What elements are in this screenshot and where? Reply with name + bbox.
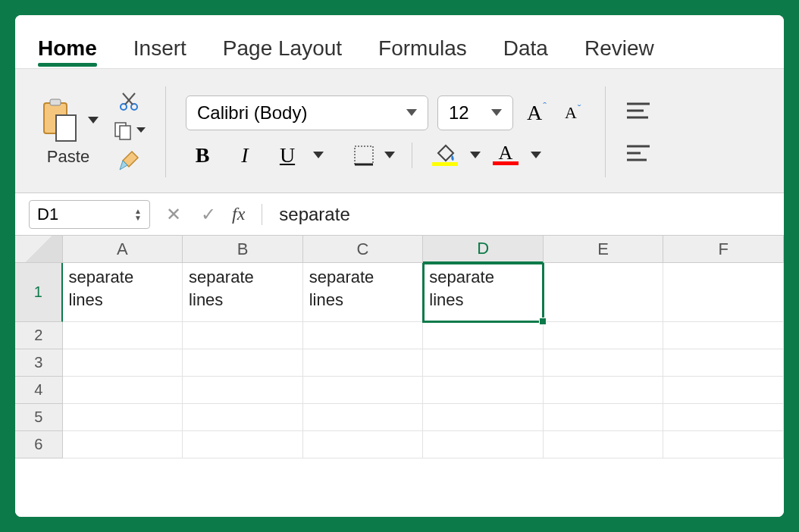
tab-data[interactable]: Data bbox=[503, 36, 548, 68]
font-size-value: 12 bbox=[449, 102, 469, 124]
fill-color-swatch bbox=[432, 162, 458, 166]
tab-insert[interactable]: Insert bbox=[133, 36, 186, 68]
italic-button[interactable]: I bbox=[228, 143, 262, 167]
fill-color-button[interactable] bbox=[429, 144, 461, 166]
copy-button[interactable] bbox=[112, 120, 146, 141]
bold-button[interactable]: B bbox=[186, 143, 219, 167]
cell-E6[interactable] bbox=[544, 431, 664, 458]
cell-F2[interactable] bbox=[663, 322, 784, 349]
cell-F5[interactable] bbox=[663, 404, 784, 431]
cell-A4[interactable] bbox=[63, 377, 183, 404]
cell-F3[interactable] bbox=[663, 349, 784, 377]
cell-E3[interactable] bbox=[544, 349, 664, 377]
chevron-down-icon[interactable] bbox=[470, 152, 481, 159]
cell-B5[interactable] bbox=[183, 404, 303, 431]
cell-D6[interactable] bbox=[423, 431, 544, 458]
chevron-down-icon[interactable] bbox=[384, 152, 395, 159]
bucket-icon bbox=[434, 144, 456, 162]
svg-marker-16 bbox=[384, 152, 395, 158]
cell-D3[interactable] bbox=[423, 349, 544, 377]
select-all-corner[interactable] bbox=[15, 236, 63, 263]
format-painter-button[interactable] bbox=[117, 149, 141, 173]
cell-A3[interactable] bbox=[63, 349, 183, 377]
row-6: 6 bbox=[15, 431, 784, 458]
svg-marker-17 bbox=[470, 152, 481, 158]
cell-A1[interactable]: separate lines bbox=[63, 263, 183, 322]
fill-handle[interactable] bbox=[539, 318, 547, 325]
cell-D1[interactable]: separate lines bbox=[423, 263, 544, 322]
tab-page-layout[interactable]: Page Layout bbox=[223, 36, 342, 68]
excel-window: Home Insert Page Layout Formulas Data Re… bbox=[15, 15, 784, 517]
cell-B6[interactable] bbox=[183, 431, 303, 458]
cell-C6[interactable] bbox=[303, 431, 424, 458]
row-header-3[interactable]: 3 bbox=[15, 349, 63, 377]
align-left-button[interactable] bbox=[625, 143, 651, 163]
col-header-C[interactable]: C bbox=[303, 236, 424, 263]
col-header-E[interactable]: E bbox=[544, 236, 664, 263]
tab-review[interactable]: Review bbox=[584, 36, 654, 68]
font-name-dropdown[interactable]: Calibri (Body) bbox=[186, 95, 428, 130]
row-header-4[interactable]: 4 bbox=[15, 377, 63, 404]
paste-caret-icon[interactable] bbox=[88, 117, 99, 124]
chevron-down-icon[interactable] bbox=[313, 152, 324, 159]
underline-button[interactable]: U bbox=[271, 143, 304, 167]
cell-C5[interactable] bbox=[303, 404, 424, 431]
cell-B3[interactable] bbox=[183, 349, 303, 377]
cell-D4[interactable] bbox=[423, 377, 544, 404]
tab-home[interactable]: Home bbox=[38, 36, 97, 68]
row-5: 5 bbox=[15, 404, 784, 431]
cell-B1[interactable]: separate lines bbox=[183, 263, 303, 322]
col-header-B[interactable]: B bbox=[183, 236, 303, 263]
col-header-A[interactable]: A bbox=[63, 236, 183, 263]
mini-divider bbox=[412, 142, 412, 168]
rows: 1 separate lines separate lines separate… bbox=[15, 263, 784, 517]
cell-F6[interactable] bbox=[663, 431, 784, 458]
row-header-6[interactable]: 6 bbox=[15, 431, 63, 458]
formula-input[interactable] bbox=[279, 204, 770, 225]
fx-label[interactable]: fx bbox=[232, 204, 245, 224]
cell-D2[interactable] bbox=[423, 322, 544, 349]
col-header-D[interactable]: D bbox=[423, 236, 544, 263]
chevron-down-icon bbox=[136, 127, 146, 133]
cell-D5[interactable] bbox=[423, 404, 544, 431]
cell-B4[interactable] bbox=[183, 377, 303, 404]
cell-E5[interactable] bbox=[544, 404, 664, 431]
cell-A6[interactable] bbox=[63, 431, 183, 458]
svg-rect-2 bbox=[56, 115, 76, 141]
row-header-5[interactable]: 5 bbox=[15, 404, 63, 431]
font-color-button[interactable]: A bbox=[490, 145, 522, 165]
font-color-label: A bbox=[499, 145, 513, 161]
cell-E1[interactable] bbox=[544, 263, 664, 322]
name-box[interactable]: D1 ▲▼ bbox=[29, 200, 150, 229]
row-header-2[interactable]: 2 bbox=[15, 322, 63, 349]
cell-A2[interactable] bbox=[63, 322, 183, 349]
cell-E2[interactable] bbox=[544, 322, 664, 349]
cell-F1[interactable] bbox=[663, 263, 784, 322]
cell-C4[interactable] bbox=[303, 377, 424, 404]
paste-icon[interactable] bbox=[38, 97, 82, 144]
borders-button[interactable] bbox=[352, 144, 375, 167]
cancel-formula-button[interactable]: ✕ bbox=[162, 204, 185, 225]
chevron-down-icon[interactable] bbox=[531, 152, 541, 159]
alignment-group bbox=[625, 101, 651, 163]
cell-F4[interactable] bbox=[663, 377, 784, 404]
tab-formulas[interactable]: Formulas bbox=[378, 36, 467, 68]
font-size-dropdown[interactable]: 12 bbox=[437, 95, 513, 130]
clipboard-group: Paste bbox=[38, 97, 99, 167]
align-lines-icon bbox=[625, 101, 651, 120]
decrease-font-button[interactable]: Aˇ bbox=[560, 103, 586, 123]
increase-font-button[interactable]: Aˆ bbox=[522, 101, 551, 125]
cell-C1[interactable]: separate lines bbox=[303, 263, 424, 322]
cell-B2[interactable] bbox=[183, 322, 303, 349]
cell-C3[interactable] bbox=[303, 349, 424, 377]
align-top-button[interactable] bbox=[625, 101, 651, 120]
col-header-F[interactable]: F bbox=[663, 236, 784, 263]
cell-E4[interactable] bbox=[544, 377, 664, 404]
font-group: Calibri (Body) 12 Aˆ Aˇ B I U bbox=[186, 95, 585, 168]
name-box-spinner[interactable]: ▲▼ bbox=[134, 208, 142, 221]
cell-A5[interactable] bbox=[63, 404, 183, 431]
confirm-formula-button[interactable]: ✓ bbox=[197, 204, 220, 225]
row-header-1[interactable]: 1 bbox=[15, 263, 63, 322]
cut-button[interactable] bbox=[118, 91, 139, 112]
cell-C2[interactable] bbox=[303, 322, 424, 349]
